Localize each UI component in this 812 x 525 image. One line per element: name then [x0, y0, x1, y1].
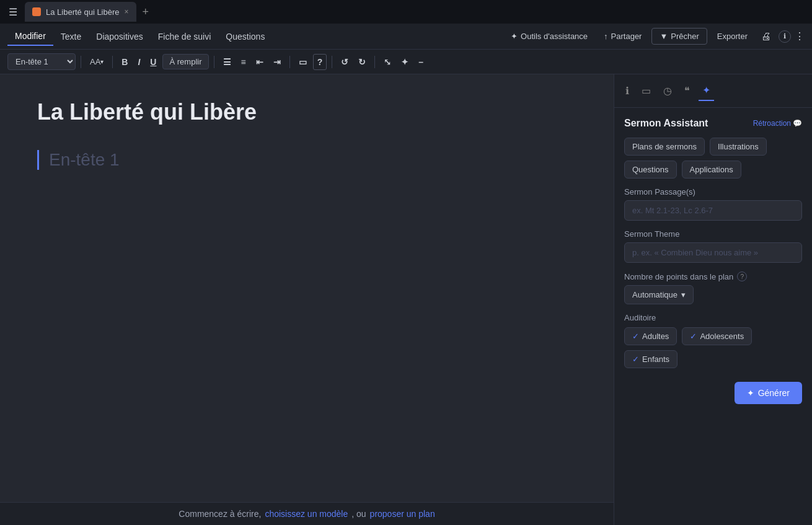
audience-chips: ✓ Adultes ✓ Adolescents ✓ Enfants	[624, 327, 802, 368]
adultes-label: Adultes	[642, 332, 669, 341]
points-label: Nombre de points dans le plan	[624, 272, 733, 281]
theme-label: Sermon Theme	[624, 229, 802, 239]
feedback-label: Rétroaction	[753, 119, 791, 128]
sidebar-assistant-title: Sermon Assistant	[624, 118, 708, 129]
partager-label: Partager	[611, 32, 642, 41]
audience-adultes[interactable]: ✓ Adultes	[624, 327, 677, 345]
audience-adolescents[interactable]: ✓ Adolescents	[682, 327, 752, 345]
heading-select[interactable]: En-tête 1 En-tête 2 En-tête 3 Normal	[7, 53, 76, 70]
passage-input[interactable]	[624, 200, 802, 221]
toolbar-separator-5	[332, 56, 332, 68]
undo-button[interactable]: ↺	[337, 55, 352, 69]
menu-fiche-suivi[interactable]: Fiche de suivi	[151, 28, 219, 45]
theme-input[interactable]	[624, 242, 802, 263]
adolescents-check: ✓	[690, 332, 697, 341]
sidebar-slides-tab[interactable]: ▭	[638, 81, 655, 100]
tab-bar: ☰ La Liberté qui Libère × +	[0, 0, 812, 24]
sermon-theme-group: Sermon Theme	[624, 229, 802, 263]
font-size-arrow: ▾	[100, 58, 104, 65]
sermon-passage-group: Sermon Passage(s)	[624, 187, 802, 221]
menu-questions[interactable]: Questions	[218, 28, 272, 45]
toolbar-separator-2	[112, 56, 113, 68]
expand-button[interactable]: ⤡	[380, 55, 395, 69]
indent-decrease-button[interactable]: ⇤	[252, 55, 267, 69]
redo-button[interactable]: ↻	[355, 55, 369, 69]
toolbar-separator-6	[374, 56, 375, 68]
audience-section: Auditoire ✓ Adultes ✓ Adolescents ✓ Enfa…	[624, 313, 802, 368]
new-tab-button[interactable]: +	[140, 3, 152, 21]
points-dropdown-arrow: ▾	[681, 290, 686, 299]
adolescents-label: Adolescents	[700, 332, 744, 341]
chip-plans-sermons[interactable]: Plans de sermons	[624, 138, 705, 156]
chip-illustrations[interactable]: Illustrations	[710, 138, 767, 156]
passage-label: Sermon Passage(s)	[624, 187, 802, 196]
feedback-link[interactable]: Rétroaction 💬	[753, 119, 802, 128]
audience-label: Auditoire	[624, 313, 802, 322]
info-circle-button[interactable]: ℹ	[779, 30, 791, 43]
points-value: Automatique	[632, 290, 677, 299]
question-mark-button[interactable]: ?	[313, 54, 327, 70]
sidebar: ℹ ▭ ◷ ❝ ✦ Sermon Assistant Rétroaction 💬…	[614, 74, 812, 525]
menu-bar: Modifier Texte Diapositives Fiche de sui…	[0, 24, 812, 50]
editor-bottom-bar-wrapper: Commencez à écrire, choisissez un modèle…	[0, 502, 614, 525]
font-size-label: AA	[90, 57, 100, 66]
hamburger-button[interactable]: ☰	[5, 4, 21, 20]
more-toolbar-button[interactable]: –	[415, 55, 427, 69]
feedback-icon: 💬	[793, 119, 802, 128]
points-help-icon[interactable]: ?	[737, 271, 747, 281]
indent-increase-button[interactable]: ⇥	[270, 55, 285, 69]
tab-close-button[interactable]: ×	[125, 7, 129, 16]
outils-assistance-button[interactable]: ✦ Outils d'assistance	[505, 29, 594, 44]
menu-texte[interactable]: Texte	[53, 28, 89, 45]
bold-button[interactable]: B	[118, 55, 131, 69]
propose-plan-link[interactable]: proposer un plan	[370, 509, 435, 519]
block-button[interactable]: ▭	[295, 55, 311, 69]
points-label-row: Nombre de points dans le plan ?	[624, 271, 802, 281]
exporter-button[interactable]: Exporter	[711, 29, 754, 44]
tab-active[interactable]: La Liberté qui Libère ×	[25, 2, 136, 22]
more-options-button[interactable]: ⋮	[795, 30, 805, 42]
menu-modifier[interactable]: Modifier	[7, 27, 53, 46]
toolbar-separator-4	[289, 56, 290, 68]
bottom-bar: Commencez à écrire, choisissez un modèle…	[0, 502, 614, 525]
menu-right-group: ✦ Outils d'assistance ↑ Partager ▼ Prêch…	[505, 28, 805, 45]
editor-area[interactable]: La Liberté qui Libère En-tête 1 Commence…	[0, 74, 614, 525]
chip-applications[interactable]: Applications	[682, 161, 741, 179]
font-size-button[interactable]: AA ▾	[86, 55, 107, 69]
sidebar-content: Sermon Assistant Rétroaction 💬 Plans de …	[614, 108, 812, 414]
enfants-check: ✓	[632, 355, 639, 364]
fill-button[interactable]: À remplir	[162, 54, 208, 69]
precher-button[interactable]: ▼ Prêcher	[651, 28, 707, 45]
bottom-bar-separator: , ou	[351, 509, 366, 519]
menu-diapositives[interactable]: Diapositives	[89, 28, 150, 45]
print-button[interactable]: 🖨	[757, 29, 775, 45]
outils-icon: ✦	[511, 32, 518, 41]
bottom-bar-text: Commencez à écrire,	[179, 509, 261, 519]
precher-icon: ▼	[660, 32, 668, 41]
list-unordered-button[interactable]: ☰	[219, 55, 235, 69]
points-dropdown[interactable]: Automatique ▾	[624, 285, 694, 304]
partager-button[interactable]: ↑ Partager	[598, 29, 648, 44]
list-ordered-button[interactable]: ≡	[237, 55, 250, 69]
toolbar-separator-3	[214, 56, 214, 68]
chip-questions[interactable]: Questions	[624, 161, 677, 179]
assistant-chip-group: Plans de sermons Illustrations Questions…	[624, 138, 802, 179]
sidebar-history-tab[interactable]: ◷	[660, 81, 676, 100]
tab-icon	[32, 7, 41, 16]
generate-button[interactable]: ✦ Générer	[735, 382, 802, 404]
tab-title: La Liberté qui Libère	[46, 7, 120, 17]
sidebar-ai-tab[interactable]: ✦	[699, 81, 714, 101]
generate-label: Générer	[758, 388, 790, 398]
star-toolbar-button[interactable]: ✦	[397, 55, 412, 69]
underline-button[interactable]: U	[146, 55, 160, 69]
editor-placeholder[interactable]: En-tête 1	[37, 150, 576, 170]
editor-title: La Liberté qui Libère	[37, 99, 576, 125]
audience-enfants[interactable]: ✓ Enfants	[624, 350, 677, 368]
italic-button[interactable]: I	[134, 55, 144, 69]
sidebar-info-tab[interactable]: ℹ	[622, 81, 633, 100]
choose-template-link[interactable]: choisissez un modèle	[265, 509, 348, 519]
sidebar-quote-tab[interactable]: ❝	[681, 81, 694, 100]
tab-bar-left: ☰ La Liberté qui Libère × +	[5, 2, 151, 22]
generate-icon: ✦	[747, 388, 754, 398]
points-group: Nombre de points dans le plan ? Automati…	[624, 271, 802, 304]
